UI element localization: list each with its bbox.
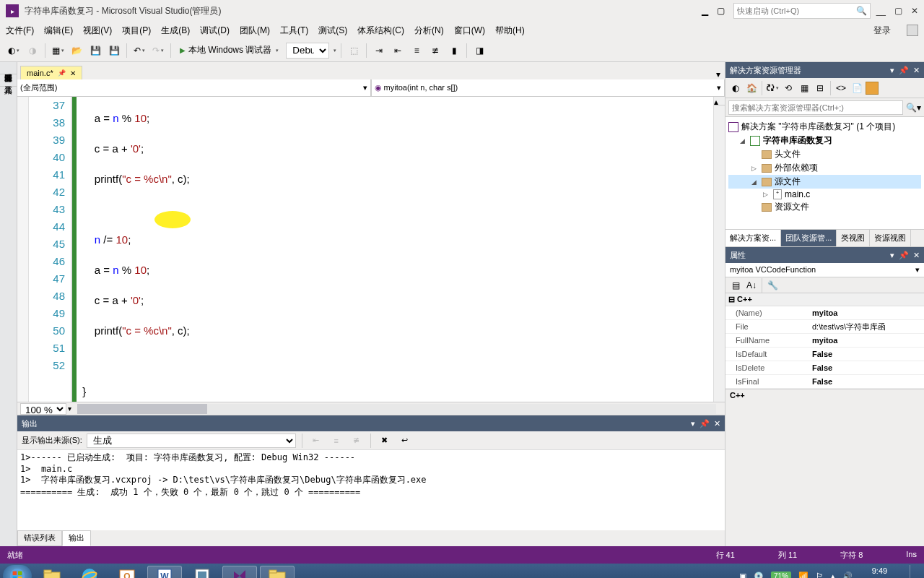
nav-forward-button[interactable]: ◑ <box>25 43 40 59</box>
horizontal-scrollbar[interactable] <box>77 404 716 414</box>
se-wrench-button[interactable] <box>866 82 879 95</box>
menu-file[interactable]: 文件(F) <box>6 25 34 37</box>
menu-edit[interactable]: 编辑(E) <box>44 25 73 37</box>
tray-icon-b[interactable]: 💿 <box>754 571 764 579</box>
scope-select-right[interactable]: ◉ myitoa(int n, char s[])▾ <box>371 79 725 96</box>
tray-icon-flag[interactable]: 🏳 <box>816 571 824 578</box>
prop-category[interactable]: ⊟ C++ <box>725 293 924 306</box>
redo-button[interactable]: ↷▾ <box>150 43 166 59</box>
battery-icon[interactable]: 71% <box>771 571 791 579</box>
task-ie[interactable] <box>72 566 107 578</box>
tree-sources[interactable]: ◢源文件 <box>728 175 921 189</box>
output-source-select[interactable]: 生成 <box>87 434 296 448</box>
tree-project[interactable]: ◢字符串库函数复习 <box>728 134 921 147</box>
toolbar-btn-b[interactable]: ⇥ <box>371 43 387 59</box>
tab-overflow-button[interactable]: ▾ <box>712 69 725 79</box>
toolbar-btn-c[interactable]: ⇤ <box>390 43 406 59</box>
toolbar-btn-e[interactable]: ≢ <box>427 43 443 59</box>
tray-icon-a[interactable]: ▣ <box>739 571 746 579</box>
menu-test[interactable]: 测试(S) <box>318 25 347 37</box>
toolbar-btn-g[interactable]: ◨ <box>471 43 487 59</box>
task-word[interactable]: W <box>147 566 182 578</box>
sidebar-toolbox[interactable]: 工具箱 <box>0 74 17 87</box>
toolbar-btn-a[interactable]: ⬚ <box>346 43 362 59</box>
code-editor[interactable]: 37383940 41424344 45464748 49505152 a = … <box>17 97 725 402</box>
menu-help[interactable]: 帮助(H) <box>495 25 525 37</box>
menu-tools[interactable]: 工具(T) <box>280 25 308 37</box>
out-btn-b[interactable]: ≡ <box>328 433 344 449</box>
task-visualstudio[interactable] <box>222 566 257 578</box>
panel-close-icon[interactable]: ✕ <box>913 66 920 75</box>
title-min-icon[interactable]: ▁ <box>702 6 708 16</box>
quick-launch-input[interactable] <box>737 7 856 15</box>
tab-resview[interactable]: 资源视图 <box>870 230 911 246</box>
se-code-button[interactable]: <> <box>834 81 848 95</box>
code-content[interactable]: a = n % 10; c = a + '0'; printf("c = %c\… <box>77 97 713 402</box>
login-link[interactable]: 登录 <box>873 25 891 37</box>
out-pin-icon[interactable]: 📌 <box>699 419 710 428</box>
avatar-icon[interactable] <box>907 25 918 36</box>
tree-solution[interactable]: 解决方案 "字符串库函数复习" (1 个项目) <box>728 120 921 134</box>
prop-wrench-button[interactable]: 🔧 <box>765 278 780 293</box>
prop-az-button[interactable]: A↓ <box>744 278 759 293</box>
menu-project[interactable]: 项目(P) <box>122 25 151 37</box>
se-props-button[interactable]: 📄 <box>850 81 864 95</box>
menu-analyze[interactable]: 分析(N) <box>414 25 444 37</box>
nav-back-button[interactable]: ◐▾ <box>6 43 22 59</box>
menu-view[interactable]: 视图(V) <box>83 25 112 37</box>
prop-cat-button[interactable]: ▤ <box>728 278 743 293</box>
solution-search[interactable]: 🔍▾ <box>725 98 924 117</box>
menu-build[interactable]: 生成(B) <box>161 25 190 37</box>
tab-classview[interactable]: 类视图 <box>837 230 870 246</box>
search-icon[interactable]: 🔍 <box>856 6 867 16</box>
out-close-icon[interactable]: ✕ <box>714 419 720 428</box>
task-folder[interactable] <box>260 566 295 578</box>
solution-search-input[interactable] <box>728 100 903 115</box>
close-tab-icon[interactable]: ✕ <box>70 69 76 77</box>
file-tab-main[interactable]: main.c* 📌 ✕ <box>20 66 82 79</box>
out-btn-a[interactable]: ⇤ <box>308 433 324 449</box>
menu-debug[interactable]: 调试(D) <box>200 25 230 37</box>
close-button[interactable]: ✕ <box>911 6 918 16</box>
show-desktop-button[interactable] <box>910 565 918 578</box>
menu-team[interactable]: 团队(M) <box>240 25 270 37</box>
maximize-button[interactable]: ▢ <box>894 6 902 16</box>
scope-select-left[interactable]: (全局范围)▾ <box>17 79 371 96</box>
se-home-button[interactable]: 🏠 <box>744 81 759 95</box>
tree-headers[interactable]: 头文件 <box>728 147 921 161</box>
toolbar-btn-f[interactable]: ▮ <box>446 43 462 59</box>
clock[interactable]: 9:49 2014/12/26 <box>860 566 899 578</box>
tree-external[interactable]: ▷外部依赖项 <box>728 161 921 175</box>
task-outlook[interactable]: O <box>110 566 144 578</box>
se-collapse-button[interactable]: ⊟ <box>813 81 827 95</box>
tab-output[interactable]: 输出 <box>62 530 91 546</box>
properties-object[interactable]: myitoa VCCodeFunction▾ <box>725 263 924 277</box>
tree-resources[interactable]: 资源文件 <box>728 200 921 214</box>
save-all-button[interactable]: 💾 <box>106 43 122 59</box>
properties-grid[interactable]: ⊟ C++ (Name)myitoa Filed:\test\vs\字符串库函 … <box>725 293 924 389</box>
sidebar-server-explorer[interactable]: 服务器资源管理器 <box>0 62 17 74</box>
prop-menu-icon[interactable]: ▾ <box>890 251 894 260</box>
se-sync-button[interactable]: ⟲ <box>781 81 796 95</box>
menu-architecture[interactable]: 体系结构(C) <box>357 25 404 37</box>
save-button[interactable]: 💾 <box>87 43 103 59</box>
panel-menu-icon[interactable]: ▾ <box>890 66 894 75</box>
out-menu-icon[interactable]: ▾ <box>691 419 695 428</box>
prop-close-icon[interactable]: ✕ <box>913 251 920 260</box>
se-refresh-button[interactable]: 🗘▾ <box>765 81 780 95</box>
tab-solution[interactable]: 解决方案资... <box>725 230 781 246</box>
out-btn-c[interactable]: ≢ <box>349 433 365 449</box>
config-dropdown[interactable]: ▾ <box>334 48 336 53</box>
menu-window[interactable]: 窗口(W) <box>454 25 485 37</box>
se-back-button[interactable]: ◐ <box>728 81 743 95</box>
output-text[interactable]: 1>------ 已启动生成: 项目: 字符串库函数复习, 配置: Debug … <box>17 450 725 530</box>
zoom-arrow[interactable]: ▾ <box>68 405 71 413</box>
toolbar-btn-d[interactable]: ≡ <box>409 43 424 59</box>
tray-icon-c[interactable]: 📶 <box>798 571 808 579</box>
prop-pin-icon[interactable]: 📌 <box>899 251 909 260</box>
open-button[interactable]: 📂 <box>69 43 84 59</box>
quick-launch[interactable]: 🔍 <box>733 3 871 19</box>
tab-team[interactable]: 团队资源管... <box>781 230 837 246</box>
solution-tree[interactable]: 解决方案 "字符串库函数复习" (1 个项目) ◢字符串库函数复习 头文件 ▷外… <box>725 117 924 229</box>
split-handle[interactable]: ▴ <box>714 97 725 105</box>
